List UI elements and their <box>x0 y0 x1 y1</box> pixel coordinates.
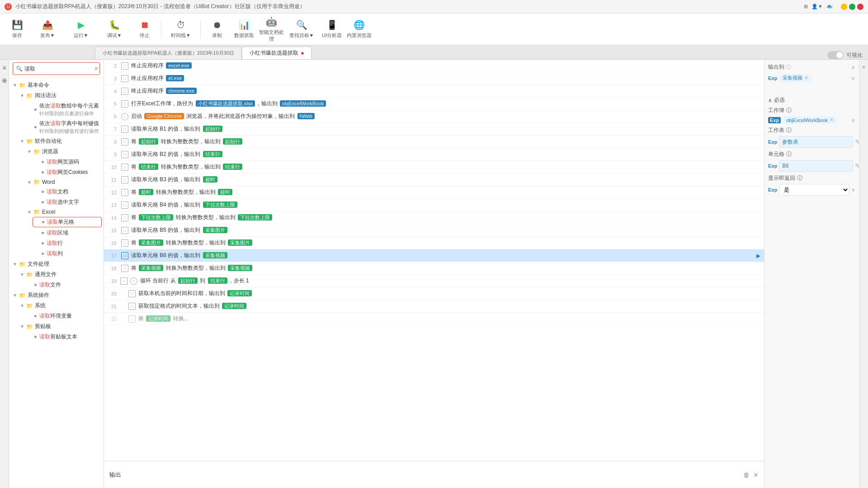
output-clear-icon[interactable]: 🗑 <box>743 471 750 479</box>
worksheet-edit-icon[interactable]: ✎ <box>855 138 859 145</box>
code-row-15[interactable]: 15 □ 读取单元格 B5 的值，输出到 采集图片 <box>104 224 764 237</box>
code-row-11[interactable]: 11 □ 读取单元格 B3 的值，输出到 超时 <box>104 174 764 186</box>
group-word-header[interactable]: ▼ 📁 Word <box>24 178 104 187</box>
group-excel-header[interactable]: ▼ 📁 Excel <box>24 207 104 216</box>
visibility-toggle[interactable] <box>827 51 844 59</box>
code-row-16[interactable]: 16 □ 将 采集图片 转换为整数类型，输出到 采集图片 <box>104 237 764 249</box>
chevron-icon: ▼ <box>13 293 17 298</box>
cell-input[interactable] <box>779 160 853 172</box>
worksheet-input[interactable] <box>779 136 853 148</box>
search-box[interactable]: 🔍 ✕ <box>13 62 100 75</box>
output-close-icon[interactable]: ✕ <box>753 471 759 479</box>
square-icon: □ <box>121 202 128 209</box>
group-sys-children: 读取环境变量 <box>16 311 104 321</box>
code-row-13[interactable]: 13 □ 读取单元格 B4 的值，输出到 下拉次数上限 <box>104 199 764 211</box>
output-tag-remove[interactable]: ✕ <box>804 75 808 81</box>
row-icon-10: □ <box>120 163 129 172</box>
return-dropdown-icon[interactable]: ∨ <box>851 187 855 193</box>
exp-badge-worksheet: Exp <box>768 139 777 145</box>
close-button[interactable] <box>857 4 863 10</box>
group-syntax-header[interactable]: ▼ 📁 阅法语法 <box>16 90 104 101</box>
row-content-12: 将 超时 转换为整数类型，输出到 超时 <box>131 188 760 196</box>
code-row-4[interactable]: 4 □ 终止应用程序 chrome.exe <box>104 85 764 98</box>
code-row-12[interactable]: 12 □ 将 超时 转换为整数类型，输出到 超时 <box>104 186 764 199</box>
find-target-button[interactable]: 🔍 查找目标▼ <box>286 16 317 43</box>
item-readClipboard[interactable]: 读取剪贴板文本 <box>24 332 104 342</box>
code-row-7[interactable]: 7 □ 读取单元格 B1 的值，输出到 起始行 <box>104 123 764 136</box>
cell-edit-icon[interactable]: ✎ <box>855 162 859 169</box>
tab-main[interactable]: 小红书爆款选题抓取RPA机器人（搜索版）2023年10月30日 <box>95 47 242 59</box>
code-row-10[interactable]: 10 □ 将 结束行 转换为整数类型，输出到 结束行 <box>104 161 764 174</box>
toolbar-divider-1 <box>161 20 161 38</box>
search-input[interactable] <box>24 66 92 72</box>
item-forEach[interactable]: 依次读取数组中每个元素 针对取到的元素进行操作 <box>24 101 104 118</box>
group-sys-header[interactable]: ▼ 📁 系统 <box>16 300 104 311</box>
code-row-9[interactable]: 9 □ 读取单元格 B2 的值，输出到 结束行 <box>104 148 764 161</box>
data-capture-button[interactable]: 📊 数据抓取 <box>231 16 257 43</box>
code-row-19[interactable]: 19 - ○ 循环 当前行 从 起始行 到 结束行，步长 1 <box>104 275 764 287</box>
return-select[interactable]: 是 否 <box>779 184 849 196</box>
timer-button[interactable]: ⏱ 时间线▼ <box>165 16 197 43</box>
play-icon[interactable]: ▶ <box>756 253 760 259</box>
expand-icon[interactable]: - <box>120 277 127 285</box>
minimize-button[interactable] <box>841 4 847 10</box>
group-basic-header[interactable]: ▼ 📁 基本命令 <box>9 80 104 90</box>
maximize-button[interactable] <box>849 4 855 10</box>
title-bar-icons: ⊞ 👤▼ 🐟 <box>804 4 863 10</box>
code-row-18[interactable]: 18 □ 将 采集视频 转换为整数类型，输出到 采集视频 <box>104 262 764 275</box>
code-row-5[interactable]: 5 □ 打开Excel工作簿，路径为 小红书爆款选题抓取.xlsx，输出到 ob… <box>104 98 764 110</box>
browser-button[interactable]: 🌐 内置浏览器 <box>346 16 372 43</box>
tag: 起始行 <box>203 126 222 132</box>
code-row-8[interactable]: 8 □ 将 起始行 转换为整数类型，输出到 起始行 <box>104 136 764 148</box>
output-tag[interactable]: 采集视频 ✕ <box>779 74 812 82</box>
right-bar-icon[interactable]: ≡ <box>862 64 865 70</box>
output-dropdown-icon[interactable]: ∨ <box>851 75 855 81</box>
item-forDict[interactable]: 依次读取字典中每对键值 针对取到的键值对进行操作 <box>24 118 104 136</box>
readCell-label: 读取单元格 <box>47 218 74 226</box>
code-row-14[interactable]: 14 □ 将 下拉次数上限 转换为整数类型，输出到 下拉次数上限 <box>104 211 764 224</box>
item-readSelection[interactable]: 读取选中文字 <box>31 197 104 207</box>
item-readRow[interactable]: 读取行 <box>31 238 104 249</box>
save-button[interactable]: 💾 保存 <box>5 16 30 43</box>
code-row-20[interactable]: 20 □ 获取本机当前的时间和日期，输出到 记录时间 <box>104 287 764 300</box>
group-sysOp-header[interactable]: ▼ 📁 系统操作 <box>9 290 104 300</box>
stop-button[interactable]: ⏹ 停止 <box>132 16 157 43</box>
code-row-17[interactable]: 17 □ 读取单元格 B6 的值，输出到 采集视频 ▶ <box>104 249 764 262</box>
workbook-tag-remove[interactable]: ✕ <box>830 117 834 123</box>
item-readCol[interactable]: 读取列 <box>31 249 104 259</box>
item-readCell[interactable]: 读取单元格 <box>33 217 102 227</box>
title-bar-left: U 小红书爆款选题抓取RPA机器人（搜索版）2023年10月30日 - 流程创造… <box>5 3 305 10</box>
ai-doc-button[interactable]: 🤖 智能文档处理 <box>259 16 284 43</box>
code-row-21[interactable]: 21 □ 获取指定格式的时间文本，输出到 记录时间 <box>104 300 764 313</box>
item-readDoc[interactable]: 读取文档 <box>31 187 104 197</box>
panel-collapse-icon[interactable]: ∧ <box>851 64 855 70</box>
item-readCookies[interactable]: 读取网页Cookies <box>31 167 104 178</box>
item-readEnv[interactable]: 读取环境变量 <box>24 311 104 321</box>
record-button[interactable]: ⏺ 录制 <box>204 16 230 43</box>
ui-analyzer-button[interactable]: 📱 UI分析器 <box>319 16 344 43</box>
group-softAuto-header[interactable]: ▼ 📁 软件自动化 <box>16 136 104 146</box>
row-icon-14: □ <box>120 213 129 222</box>
tab-active[interactable]: 小红书爆款选题抓取 <box>242 47 311 59</box>
search-clear-icon[interactable]: ✕ <box>94 66 99 72</box>
group-browser-header[interactable]: ▼ 📁 浏览器 <box>24 146 104 157</box>
publish-button[interactable]: 📤 发布▼ <box>32 16 63 43</box>
tag: 小红书爆款选题抓取.xlsx <box>196 100 255 107</box>
group-fileProcess-header[interactable]: ▼ 📁 文件处理 <box>9 259 104 269</box>
group-clipboard-header[interactable]: ▼ 📁 剪贴板 <box>16 321 104 332</box>
left-bar-icon-2[interactable]: ⊕ <box>2 77 7 84</box>
debug-button[interactable]: 🐛 调试▼ <box>99 16 130 43</box>
group-commonFile-header[interactable]: ▼ 📁 通用文件 <box>16 269 104 280</box>
row-icon-21: □ <box>127 302 137 311</box>
code-row-22[interactable]: 22 □ 将 记录时间 转换... <box>104 313 764 325</box>
item-readPageSource[interactable]: 读取网页源码 <box>31 157 104 167</box>
left-bar-icon-1[interactable]: ≡ <box>2 64 6 71</box>
workbook-tag[interactable]: objExcelWorkBook ✕ <box>783 116 837 124</box>
run-button[interactable]: ▶ 运行▼ <box>65 16 97 43</box>
code-row-6[interactable]: 6 ○ 启动 Google Chrome 浏览器，并将此浏览器作为操控对象，输出… <box>104 110 764 123</box>
item-readFile[interactable]: 读取文件 <box>24 280 104 290</box>
code-row-2[interactable]: 2 □ 终止应用程序 excel.exe <box>104 60 764 72</box>
item-readRange[interactable]: 读取区域 <box>31 228 104 238</box>
workbook-dropdown-icon[interactable]: ∨ <box>851 117 855 123</box>
code-row-3[interactable]: 3 □ 终止应用程序 et.exe <box>104 72 764 85</box>
